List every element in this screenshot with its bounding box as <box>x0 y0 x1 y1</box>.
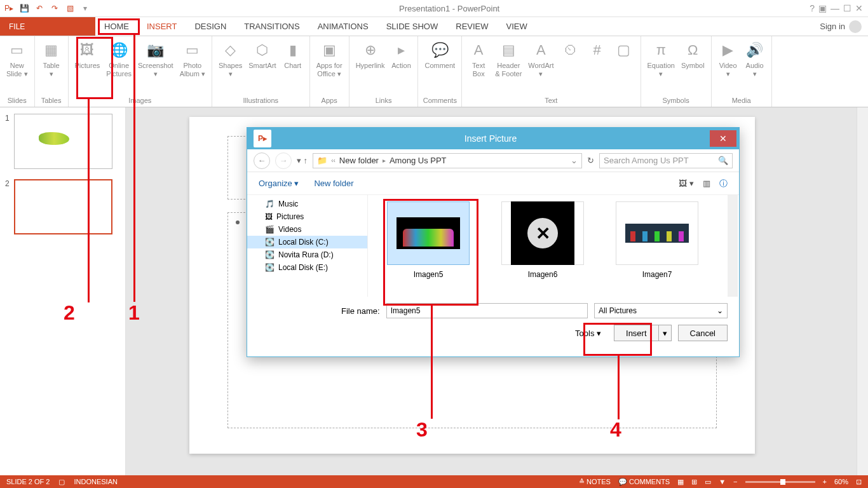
photo-album-icon: ▭ <box>182 40 203 60</box>
wordart-button[interactable]: AWordArt ▾ <box>526 39 556 79</box>
thumb-2[interactable]: 2 <box>5 179 120 234</box>
redo-icon[interactable]: ↷ <box>50 3 60 13</box>
comment-button[interactable]: 💬Comment <box>422 39 458 71</box>
apps-office-button[interactable]: ▣Apps for Office ▾ <box>314 39 345 79</box>
shapes-button[interactable]: ◇Shapes ▾ <box>216 39 245 79</box>
photo-album-button[interactable]: ▭Photo Album ▾ <box>177 39 208 79</box>
chart-button[interactable]: ▮Chart <box>280 39 306 71</box>
tab-view[interactable]: VIEW <box>498 17 536 36</box>
shapes-icon: ◇ <box>220 40 241 60</box>
equation-button[interactable]: πEquation ▾ <box>645 39 677 79</box>
tools-button[interactable]: Tools ▾ <box>575 329 601 338</box>
tree-item[interactable]: 💽Local Disk (C:) <box>247 236 367 248</box>
maximize-icon[interactable]: ☐ <box>843 3 851 13</box>
forward-button[interactable]: → <box>275 152 292 169</box>
status-lang[interactable]: INDONESIAN <box>74 478 117 485</box>
up-button[interactable]: ▾ ↑ <box>297 156 308 165</box>
tree-item[interactable]: 🎬Videos <box>247 223 367 236</box>
screenshot-button[interactable]: 📷Screenshot ▾ <box>135 39 176 79</box>
text-box-button[interactable]: AText Box <box>466 39 491 79</box>
tab-home[interactable]: HOME <box>95 17 138 36</box>
tree-item[interactable]: 💽Novita Rura (D:) <box>247 248 367 261</box>
online-pictures-icon: 🌐 <box>109 40 129 60</box>
tab-file[interactable]: FILE <box>0 17 95 36</box>
tree-item[interactable]: 🎵Music <box>247 198 367 210</box>
new-slide-button[interactable]: ▭New Slide ▾ <box>4 39 31 79</box>
slide-num-button[interactable]: # <box>585 39 610 63</box>
file-item[interactable]: Imagen5 <box>381 201 476 290</box>
view-slideshow-icon[interactable]: ▼ <box>719 478 726 485</box>
vertical-scrollbar[interactable] <box>857 107 868 475</box>
back-button[interactable]: ← <box>254 152 270 169</box>
zoom-slider[interactable] <box>745 481 815 483</box>
tree-item[interactable]: 🖼Pictures <box>247 210 367 223</box>
pictures-button[interactable]: 🖼Pictures <box>72 39 103 71</box>
newfolder-button[interactable]: New folder <box>314 179 353 188</box>
ribbon-options-icon[interactable]: ▣ <box>818 3 827 13</box>
table-button[interactable]: ▦Table ▾ <box>39 39 64 79</box>
status-lang-icon[interactable]: ▢ <box>58 478 65 486</box>
slideshow-icon[interactable]: ▧ <box>65 3 75 13</box>
undo-icon[interactable]: ↶ <box>34 3 44 13</box>
tab-transitions[interactable]: TRANSITIONS <box>235 17 308 36</box>
insert-button[interactable]: Insert▾ <box>614 325 672 341</box>
text-box-icon: A <box>468 40 489 60</box>
search-input[interactable]: Search Among Us PPT 🔍 <box>599 153 733 168</box>
hyperlink-button[interactable]: ⊕Hyperlink <box>353 39 388 71</box>
tab-insert[interactable]: INSERT <box>138 17 186 36</box>
view-mode-button[interactable]: 🖼 ▾ <box>679 179 694 188</box>
date-time-button[interactable]: ⏲ <box>558 39 583 63</box>
smartart-button[interactable]: ⬡SmartArt <box>246 39 278 71</box>
video-button[interactable]: ▶Video ▾ <box>715 39 741 79</box>
app-icon: P▸ <box>4 3 14 13</box>
view-sorter-icon[interactable]: ⊞ <box>691 478 697 486</box>
help-icon[interactable]: ? <box>810 3 815 13</box>
file-item[interactable]: Imagen7 <box>609 201 705 290</box>
object-button[interactable]: ▢ <box>611 39 637 63</box>
preview-pane-button[interactable]: ▥ <box>703 179 710 188</box>
dialog-footer: File name: All Pictures⌄ Tools ▾ Insert▾… <box>247 297 739 356</box>
zoom-in-icon[interactable]: + <box>823 478 827 485</box>
notes-button[interactable]: ≙ NOTES <box>579 478 611 486</box>
apps-office-icon: ▣ <box>319 40 339 60</box>
zoom-out-icon[interactable]: − <box>733 478 737 485</box>
symbol-button[interactable]: ΩSymbol <box>679 39 707 71</box>
cancel-button[interactable]: Cancel <box>678 325 728 341</box>
fit-window-icon[interactable]: ⊡ <box>856 478 862 486</box>
folder-tree[interactable]: 🎵Music🖼Pictures🎬Videos💽Local Disk (C:)💽N… <box>247 195 368 297</box>
tab-animations[interactable]: ANIMATIONS <box>309 17 377 36</box>
status-bar: SLIDE 2 OF 2 ▢ INDONESIAN ≙ NOTES 💬 COMM… <box>0 475 868 488</box>
organize-button[interactable]: Organize ▾ <box>259 179 299 188</box>
header-footer-button[interactable]: ▤Header & Footer <box>492 39 524 79</box>
tab-review[interactable]: REVIEW <box>447 17 497 36</box>
signin-link[interactable]: Sign in <box>813 17 868 36</box>
tree-item[interactable]: 💽Local Disk (E:) <box>247 261 367 274</box>
audio-button[interactable]: 🔊Audio ▾ <box>742 39 768 79</box>
wordart-icon: A <box>531 40 551 60</box>
tab-design[interactable]: DESIGN <box>186 17 235 36</box>
equation-icon: π <box>651 40 671 60</box>
close-icon[interactable]: ✕ <box>855 3 863 13</box>
refresh-button[interactable]: ↻ <box>587 156 594 165</box>
zoom-level[interactable]: 60% <box>834 478 848 485</box>
thumb-1[interactable]: 1 <box>5 114 120 169</box>
help-button[interactable]: ⓘ <box>719 178 728 189</box>
dialog-toolbar: Organize ▾ New folder 🖼 ▾ ▥ ⓘ <box>247 172 739 195</box>
qat-more-icon[interactable]: ▾ <box>80 3 90 13</box>
header-footer-icon: ▤ <box>498 40 519 60</box>
dialog-close-button[interactable]: ✕ <box>710 130 736 147</box>
filename-input[interactable] <box>386 303 588 318</box>
file-list[interactable]: Imagen5✕Imagen6Imagen7 <box>368 195 739 297</box>
filetype-filter[interactable]: All Pictures⌄ <box>594 303 728 318</box>
minimize-icon[interactable]: — <box>831 3 839 13</box>
tab-slideshow[interactable]: SLIDE SHOW <box>377 17 447 36</box>
view-reading-icon[interactable]: ▭ <box>705 478 711 486</box>
date-time-icon: ⏲ <box>560 40 581 60</box>
breadcrumb[interactable]: 📁 ‹‹ New folder ▸ Among Us PPT ⌄ <box>313 153 582 168</box>
save-icon[interactable]: 💾 <box>19 3 29 13</box>
comments-button[interactable]: 💬 COMMENTS <box>618 478 670 486</box>
action-button[interactable]: ▸Action <box>388 39 414 71</box>
online-pictures-button[interactable]: 🌐Online Pictures <box>104 39 134 79</box>
file-item[interactable]: ✕Imagen6 <box>495 201 590 290</box>
view-normal-icon[interactable]: ▦ <box>677 478 684 486</box>
